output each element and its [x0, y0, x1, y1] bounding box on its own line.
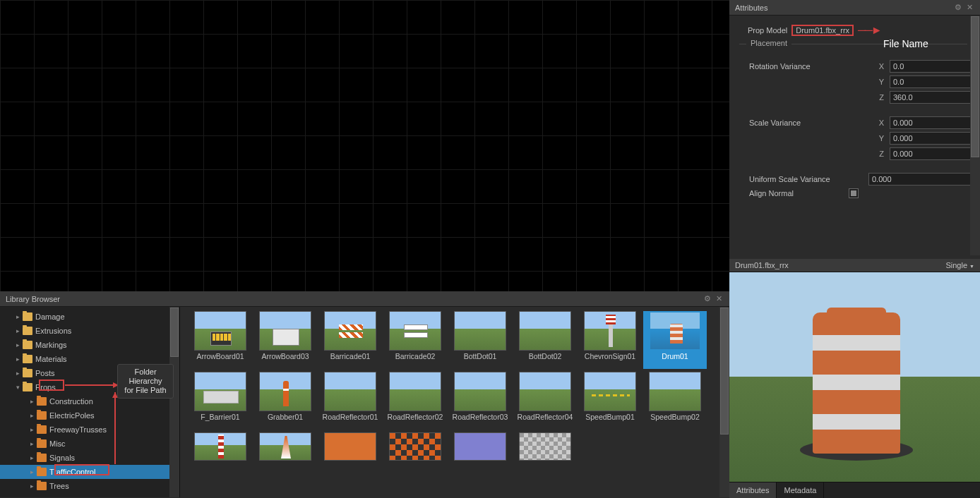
thumb-roadreflector02[interactable]: RoadReflector02	[383, 372, 447, 430]
tree-label: Damage	[35, 312, 65, 321]
tree-label: Misc	[49, 439, 66, 448]
placement-label: Placement	[746, 39, 791, 47]
uniform-scale-input[interactable]: ▲▼	[868, 173, 967, 186]
thumb-extra2[interactable]	[253, 432, 317, 461]
library-title: Library Browser	[6, 295, 60, 303]
preview-panel: Drum01.fbx_rrx Single ▼ Attributes Metad…	[729, 259, 980, 498]
thumb-speedbump01[interactable]: SpeedBump01	[578, 372, 642, 430]
tree-label: Trees	[49, 482, 69, 490]
thumb-roadreflector01[interactable]: RoadReflector01	[318, 372, 382, 430]
annotation-props-box	[39, 379, 64, 391]
tree-label: Markings	[35, 341, 67, 349]
uniform-scale-label: Uniform Scale Variance	[739, 175, 831, 183]
tab-attributes[interactable]: Attributes	[729, 482, 777, 498]
thumb-arrowboard01[interactable]: ArrowBoard01	[189, 311, 252, 369]
close-icon[interactable]: ✕	[715, 294, 724, 303]
preview-mode[interactable]: Single ▼	[945, 261, 974, 269]
attributes-title: Attributes	[735, 4, 767, 12]
tree-label: Materials	[35, 355, 67, 363]
thumb-chevronsign01[interactable]: ChevronSign01	[578, 311, 642, 369]
tree-item-damage[interactable]: ▸Damage	[0, 310, 179, 324]
thumb-drum01[interactable]: Drum01	[643, 311, 707, 369]
file-name-annotation: File Name	[883, 38, 928, 49]
thumb-roadreflector03[interactable]: RoadReflector03	[448, 372, 512, 430]
thumb-barricade02[interactable]: Barricade02	[383, 311, 447, 369]
tree-item-electricpoles[interactable]: ▸ElectricPoles	[0, 408, 179, 423]
attributes-header: Attributes ⚙ ✕	[729, 0, 980, 16]
annotation-trafficcontrol-box	[54, 464, 109, 475]
library-header: Library Browser ⚙ ✕	[0, 291, 729, 307]
tree-label: Extrusions	[35, 327, 71, 335]
tree-scrollbar[interactable]	[169, 307, 179, 497]
preview-tabs: Attributes Metadata	[729, 482, 980, 498]
tree-item-signals[interactable]: ▸Signals	[0, 451, 179, 465]
thumb-extra3[interactable]	[318, 432, 382, 461]
rotation-variance-label: Rotation Variance	[739, 62, 824, 71]
prop-model-value: Drum01.fbx_rrx	[791, 25, 854, 36]
content-scrollbar[interactable]	[719, 307, 729, 497]
prop-model-label: Prop Model	[748, 26, 787, 35]
library-content: ArrowBoard01 ArrowBoard03 Barricade01 Ba…	[180, 307, 729, 497]
thumb-extra1[interactable]	[189, 432, 252, 461]
thumb-extra6[interactable]	[513, 432, 577, 461]
gear-icon[interactable]: ⚙	[703, 294, 712, 303]
thumb-roadreflector04[interactable]: RoadReflector04	[513, 372, 577, 430]
scale-x-input[interactable]: ▲▼	[890, 116, 967, 129]
attributes-panel: Attributes ⚙ ✕ Prop Model Drum01.fbx_rrx…	[729, 0, 980, 259]
gear-icon[interactable]: ⚙	[953, 3, 963, 11]
tree-label: Posts	[35, 369, 55, 377]
tree-item-markings[interactable]: ▸Markings	[0, 338, 179, 352]
thumb-speedbump02[interactable]: SpeedBump02	[643, 372, 707, 430]
scale-z-input[interactable]: ▲▼	[890, 147, 967, 160]
rotation-z-input[interactable]: ▲▼	[890, 91, 967, 104]
rotation-y-input[interactable]: ▲▼	[890, 75, 967, 88]
tree-item-extrusions[interactable]: ▸Extrusions	[0, 324, 179, 338]
tree-label: Signals	[49, 454, 75, 462]
preview-viewport[interactable]	[729, 272, 980, 482]
align-normal-label: Align Normal	[739, 189, 831, 198]
thumb-bottdot01[interactable]: BottDot01	[448, 311, 512, 369]
tree-label: FreewayTrusses	[49, 425, 107, 434]
align-normal-checkbox[interactable]	[849, 188, 859, 198]
thumb-grabber01[interactable]: Grabber01	[253, 372, 317, 430]
attributes-scrollbar[interactable]	[970, 16, 980, 255]
viewport-3d[interactable]	[0, 0, 729, 291]
tree-item-freewaytrusses[interactable]: ▸FreewayTrusses	[0, 423, 179, 437]
thumb-extra5[interactable]	[448, 432, 512, 461]
rotation-x-input[interactable]: ▲▼	[890, 60, 967, 73]
preview-title: Drum01.fbx_rrx	[735, 261, 789, 269]
tree-label: ElectricPoles	[49, 411, 95, 420]
tab-metadata[interactable]: Metadata	[777, 482, 824, 498]
scale-variance-label: Scale Variance	[739, 119, 824, 127]
thumb-arrowboard03[interactable]: ArrowBoard03	[253, 311, 317, 369]
tree-label: Construction	[49, 397, 93, 406]
close-icon[interactable]: ✕	[965, 3, 974, 11]
thumb-bottdot02[interactable]: BottDot02	[513, 311, 577, 369]
annotation-folder-hierarchy: Folder Hierarchy for File Path	[117, 364, 174, 399]
tree-item-misc[interactable]: ▸Misc	[0, 437, 179, 451]
scale-y-input[interactable]: ▲▼	[890, 132, 967, 145]
tree-item-trees[interactable]: ▸Trees	[0, 479, 179, 493]
preview-header: Drum01.fbx_rrx Single ▼	[729, 259, 980, 272]
thumb-fbarrier01[interactable]: F_Barrier01	[189, 372, 252, 430]
thumb-barricade01[interactable]: Barricade01	[318, 311, 382, 369]
thumb-extra4[interactable]	[383, 432, 447, 461]
